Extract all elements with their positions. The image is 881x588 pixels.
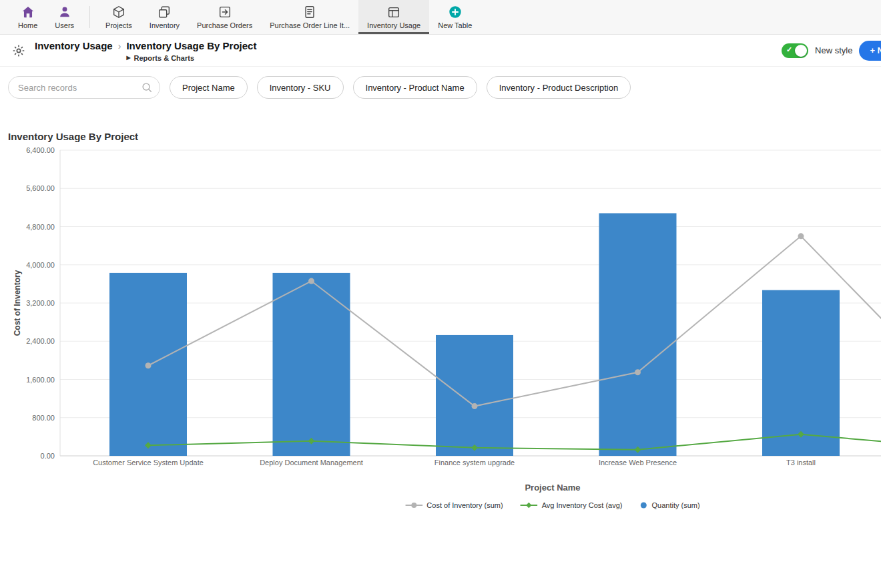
svg-text:4,000.00: 4,000.00 (26, 261, 55, 269)
caret-right-icon: ▶ (126, 55, 130, 61)
reports-and-charts-menu[interactable]: ▶ Reports & Charts (126, 54, 256, 62)
nav-item-new-table[interactable]: New Table (429, 0, 481, 34)
nav-item-purchase-orders[interactable]: Purchase Orders (188, 0, 261, 34)
title-block: Inventory Usage By Project ▶ Reports & C… (126, 39, 256, 62)
search-icon (141, 81, 153, 96)
svg-text:1,600.00: 1,600.00 (26, 376, 55, 384)
header-bar: Inventory Usage › Inventory Usage By Pro… (0, 35, 881, 67)
chart-legend: Cost of Inventory (sum)Avg Inventory Cos… (405, 501, 699, 509)
breadcrumb-parent-link[interactable]: Inventory Usage (35, 39, 113, 53)
svg-text:0.00: 0.00 (41, 452, 55, 460)
svg-text:T3 install: T3 install (786, 459, 816, 467)
breadcrumb-separator: › (118, 39, 121, 53)
nav-divider (89, 6, 90, 28)
svg-text:2,400.00: 2,400.00 (26, 337, 55, 345)
reports-and-charts-label: Reports & Charts (134, 54, 194, 62)
search-wrap (8, 76, 160, 99)
gear-icon (12, 44, 25, 57)
nav-item-projects[interactable]: Projects (97, 0, 141, 34)
legend-item[interactable]: Cost of Inventory (sum) (405, 501, 503, 509)
purchase-order-line-items-icon (302, 5, 317, 19)
legend-label: Cost of Inventory (sum) (426, 501, 503, 509)
chart-title: Inventory Usage By Project (8, 131, 881, 142)
chart-wrap: 0.00800.001,600.002,400.003,200.004,000.… (0, 145, 881, 539)
svg-text:800.00: 800.00 (32, 414, 55, 422)
nav-item-label: Users (55, 21, 74, 29)
nav-item-inventory-usage[interactable]: Inventory Usage (358, 0, 429, 34)
nav-item-label: Projects (105, 21, 132, 29)
nav-item-label: Home (18, 21, 37, 29)
svg-text:3,200.00: 3,200.00 (26, 299, 55, 307)
nav-item-label: Inventory Usage (367, 21, 420, 29)
legend-circle-marker (640, 502, 648, 509)
page-title: Inventory Usage By Project (126, 39, 256, 53)
filter-pill-inventory-product-name[interactable]: Inventory - Product Name (353, 76, 477, 99)
header-right: ✓ New style + N (782, 41, 881, 61)
svg-text:Finance system upgrade: Finance system upgrade (434, 459, 515, 467)
chart-section: Inventory Usage By Project 0.00800.001,6… (0, 108, 881, 539)
svg-text:Deploy Document Management: Deploy Document Management (260, 459, 363, 467)
home-icon (21, 5, 35, 19)
legend-label: Avg Inventory Cost (avg) (542, 501, 623, 509)
nav-item-label: Purchase Orders (197, 21, 252, 29)
nav-item-label: New Table (438, 21, 472, 29)
inventory-usage-icon (386, 5, 401, 19)
filter-pill-inventory-sku[interactable]: Inventory - SKU (257, 76, 344, 99)
new-style-toggle[interactable]: ✓ (782, 43, 808, 58)
purchase-orders-icon (218, 5, 232, 19)
users-icon (57, 5, 72, 19)
inventory-icon (157, 5, 172, 19)
search-input[interactable] (8, 76, 160, 99)
svg-text:5,600.00: 5,600.00 (26, 184, 55, 192)
y-axis-label: Cost of Inventory (13, 270, 22, 336)
legend-line-diamond-marker (521, 502, 538, 509)
inventory-usage-chart[interactable]: 0.00800.001,600.002,400.003,200.004,000.… (0, 145, 881, 474)
check-icon: ✓ (786, 45, 792, 54)
projects-icon (111, 5, 126, 19)
legend-item[interactable]: Quantity (sum) (640, 501, 700, 509)
legend-item[interactable]: Avg Inventory Cost (avg) (521, 501, 623, 509)
nav-item-purchase-order-line-items[interactable]: Purchase Order Line It... (261, 0, 358, 34)
nav-item-home[interactable]: Home (9, 0, 46, 34)
filter-bar: Project Name Inventory - SKU Inventory -… (0, 67, 881, 108)
new-table-icon (448, 5, 463, 19)
svg-text:Customer Service System Update: Customer Service System Update (93, 459, 204, 467)
svg-text:4,800.00: 4,800.00 (26, 223, 55, 231)
nav-item-label: Inventory (150, 21, 180, 29)
filter-pill-project-name[interactable]: Project Name (170, 76, 248, 99)
new-style-label: New style (815, 45, 852, 55)
toggle-knob (795, 45, 807, 57)
svg-text:Increase Web Presence: Increase Web Presence (599, 459, 677, 467)
breadcrumb: Inventory Usage › Inventory Usage By Pro… (35, 39, 256, 62)
nav-item-users[interactable]: Users (46, 0, 83, 34)
legend-line-circle-marker (405, 502, 422, 509)
filter-pill-inventory-product-description[interactable]: Inventory - Product Description (487, 76, 631, 99)
legend-label: Quantity (sum) (652, 501, 700, 509)
table-nav: Home Users Projects Inventory Purchase O… (0, 0, 881, 35)
settings-gear-button[interactable] (5, 44, 32, 57)
x-axis-label: Project Name (525, 483, 580, 493)
nav-item-label: Purchase Order Line It... (270, 21, 350, 29)
nav-item-inventory[interactable]: Inventory (141, 0, 188, 34)
svg-text:6,400.00: 6,400.00 (26, 146, 55, 154)
new-record-button[interactable]: + N (859, 41, 881, 61)
